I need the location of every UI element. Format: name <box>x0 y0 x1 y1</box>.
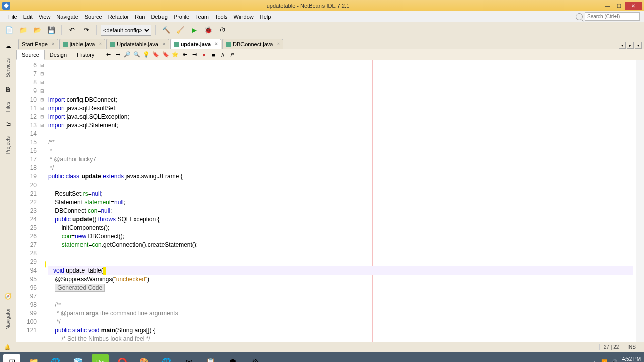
nav-forward-button[interactable]: ➡ <box>114 51 122 59</box>
find-prev-button[interactable]: 🔍 <box>133 51 141 59</box>
app2-icon[interactable]: ⚙ <box>247 354 264 362</box>
fold-bar[interactable]: ⊟⊟⊟⊟⊞⊟⊟⊞ <box>39 60 45 342</box>
hint-bulb-icon[interactable]: I <box>45 258 46 271</box>
tab-scroll-right[interactable]: ▸ <box>627 42 634 49</box>
editor-scrollbar[interactable] <box>636 60 644 342</box>
undo-button[interactable]: ↶ <box>66 24 78 36</box>
chrome2-icon[interactable]: 🌐 <box>158 354 175 362</box>
tab-start-page[interactable]: Start Page× <box>18 39 58 49</box>
build-button[interactable]: 🔨 <box>160 24 172 36</box>
menu-window[interactable]: Window <box>231 14 257 20</box>
system-clock[interactable]: 4:52 PM 1/7/2015 <box>621 356 641 362</box>
paint-icon[interactable]: 🎨 <box>136 354 153 362</box>
macro-stop-button[interactable]: ■ <box>209 51 217 59</box>
editor-subtabs: Source Design History ⬅ ➡ 🔎 🔍 💡 🔖 🔖 ⭐ ⇤ … <box>16 49 644 60</box>
cursor-position: 27 | 22 <box>599 344 623 350</box>
menu-refactor[interactable]: Refactor <box>105 14 132 20</box>
netbeans-icon[interactable]: 🧊 <box>69 354 87 362</box>
code-area[interactable]: import config.DBConnect;import java.sql.… <box>45 60 636 342</box>
files-tab-icon[interactable]: 🗎 <box>3 84 13 95</box>
close-button[interactable]: ✕ <box>625 2 642 10</box>
tab-dbconnect[interactable]: DBConnect.java× <box>222 39 283 49</box>
uncomment-button[interactable]: /* <box>228 51 236 59</box>
minimize-button[interactable]: — <box>603 2 613 10</box>
new-file-button[interactable]: 📄 <box>3 24 15 36</box>
clean-build-button[interactable]: 🧹 <box>174 24 186 36</box>
menu-navigate[interactable]: Navigate <box>53 14 81 20</box>
subtab-design[interactable]: Design <box>45 50 72 59</box>
search-input[interactable] <box>585 12 640 21</box>
menu-team[interactable]: Team <box>192 14 212 20</box>
file-explorer-icon[interactable]: 📁 <box>25 354 42 362</box>
maximize-button[interactable]: ☐ <box>614 2 624 10</box>
notifications-icon[interactable]: 🔔 <box>4 344 10 350</box>
tab-list-button[interactable]: ▾ <box>635 42 642 49</box>
toolbar-separator <box>96 25 97 35</box>
close-icon[interactable]: × <box>99 41 102 47</box>
opera-icon[interactable]: ⭕ <box>114 354 131 362</box>
tray-up-icon[interactable]: ▲ <box>592 359 597 363</box>
toolbar-separator <box>61 25 62 35</box>
close-icon[interactable]: × <box>52 41 55 47</box>
new-project-button[interactable]: 📁 <box>17 24 29 36</box>
shift-left-button[interactable]: ⇤ <box>181 51 189 59</box>
tab-update[interactable]: update.java× <box>170 39 221 49</box>
subtab-source[interactable]: Source <box>16 50 45 60</box>
app-icon[interactable]: ⬢ <box>224 354 242 362</box>
save-all-button[interactable]: 💾 <box>45 24 57 36</box>
open-project-button[interactable]: 📂 <box>31 24 43 36</box>
tab-scroll-left[interactable]: ◂ <box>619 42 626 49</box>
shift-right-button[interactable]: ⇥ <box>190 51 198 59</box>
menu-edit[interactable]: Edit <box>20 14 36 20</box>
tray-network-icon[interactable]: 📶 <box>601 359 607 363</box>
tab-jtable[interactable]: jtable.java× <box>59 39 105 49</box>
mail-icon[interactable]: ✉ <box>180 354 197 362</box>
menu-debug[interactable]: Debug <box>148 14 170 20</box>
start-button[interactable]: ⊞ <box>3 354 20 362</box>
java-file-icon <box>226 42 231 47</box>
nav-back-button[interactable]: ⬅ <box>104 51 112 59</box>
macro-start-button[interactable]: ● <box>200 51 208 59</box>
tray-volume-icon[interactable]: 🔊 <box>611 359 617 363</box>
menu-bar: File Edit View Navigate Source Refactor … <box>0 11 644 22</box>
navigator-tab-icon[interactable]: 🧭 <box>3 291 13 301</box>
menu-tools[interactable]: Tools <box>212 14 231 20</box>
run-config-select[interactable]: <default config> <box>101 25 151 36</box>
menu-file[interactable]: File <box>5 14 20 20</box>
next-bookmark-button[interactable]: 🔖 <box>162 51 170 59</box>
window-title: updatetable - NetBeans IDE 7.2.1 <box>14 3 602 9</box>
projects-tab-icon[interactable]: 🗂 <box>3 119 13 129</box>
notepad-icon[interactable]: 📋 <box>202 354 219 362</box>
find-selection-button[interactable]: 🔎 <box>123 51 131 59</box>
profile-button[interactable]: ⏱ <box>216 24 228 36</box>
close-icon[interactable]: × <box>163 41 166 47</box>
debug-button[interactable]: 🐞 <box>202 24 214 36</box>
menu-source[interactable]: Source <box>82 14 105 20</box>
subtab-history[interactable]: History <box>72 50 99 59</box>
navigator-label[interactable]: Navigator <box>5 308 11 330</box>
close-icon[interactable]: × <box>277 41 280 47</box>
prev-bookmark-button[interactable]: 🔖 <box>152 51 160 59</box>
toggle-highlight-button[interactable]: 💡 <box>142 51 150 59</box>
dreamweaver-icon[interactable]: Dw <box>92 354 109 362</box>
menu-help[interactable]: Help <box>257 14 274 20</box>
services-label[interactable]: Services <box>5 58 11 77</box>
files-label[interactable]: Files <box>5 102 11 112</box>
close-icon[interactable]: × <box>215 41 218 47</box>
java-file-icon <box>110 42 115 47</box>
menu-run[interactable]: Run <box>132 14 148 20</box>
projects-label[interactable]: Projects <box>5 136 11 154</box>
toggle-bookmark-button[interactable]: ⭐ <box>171 51 179 59</box>
services-tab-icon[interactable]: ☁ <box>3 41 13 51</box>
code-editor[interactable]: 6789101112131415161718192021222324252627… <box>16 60 644 342</box>
comment-button[interactable]: // <box>219 51 227 59</box>
menu-view[interactable]: View <box>36 14 54 20</box>
tab-updatetable[interactable]: Updatetable.java× <box>106 39 169 49</box>
redo-button[interactable]: ↷ <box>80 24 92 36</box>
insert-mode: INS <box>623 344 640 350</box>
editor-tabs: Start Page× jtable.java× Updatetable.jav… <box>16 38 644 49</box>
line-number-gutter[interactable]: 6789101112131415161718192021222324252627… <box>16 60 39 342</box>
run-button[interactable]: ▶ <box>188 24 200 36</box>
chrome-icon[interactable]: 🌐 <box>47 354 64 362</box>
menu-profile[interactable]: Profile <box>171 14 192 20</box>
